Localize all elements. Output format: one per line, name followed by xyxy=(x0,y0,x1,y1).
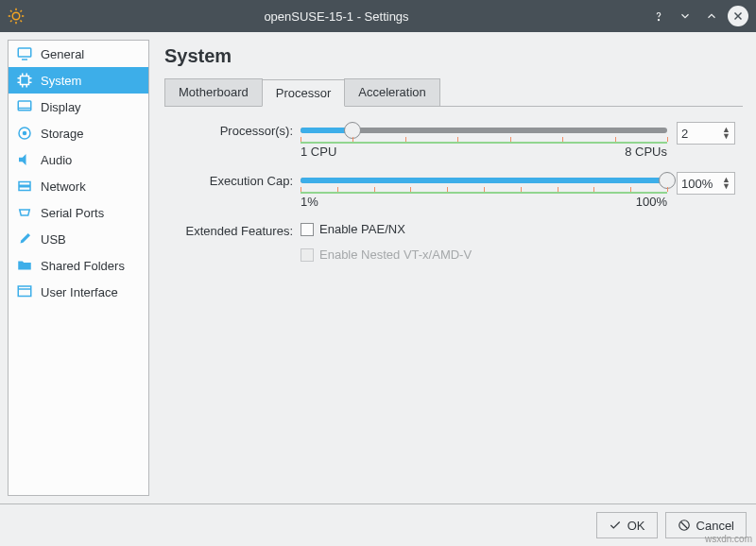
svg-line-33 xyxy=(680,522,687,529)
check-icon xyxy=(609,519,622,532)
svg-point-9 xyxy=(658,20,659,21)
sidebar-item-label: Display xyxy=(41,100,81,114)
spin-arrows-icon: ▲▼ xyxy=(722,177,730,190)
exec-cap-min-label: 1% xyxy=(301,195,318,209)
close-button[interactable] xyxy=(728,6,748,26)
ok-label: OK xyxy=(627,519,645,533)
tab-processor[interactable]: Processor xyxy=(262,79,346,107)
storage-icon xyxy=(16,125,33,142)
checkbox-nested-vt: Enable Nested VT-x/AMD-V xyxy=(301,247,472,262)
sidebar-item-label: Storage xyxy=(41,127,84,141)
label-processors: Processor(s): xyxy=(172,122,301,138)
svg-rect-14 xyxy=(21,77,29,85)
sidebar-item-display[interactable]: Display xyxy=(9,94,148,120)
serial-icon xyxy=(16,204,33,221)
label-execution-cap: Execution Cap: xyxy=(172,172,301,188)
tabs: Motherboard Processor Acceleration xyxy=(164,78,743,107)
svg-marker-27 xyxy=(19,154,26,165)
minimize-button[interactable] xyxy=(675,6,696,26)
window-title: openSUSE-15-1 - Settings xyxy=(30,9,643,24)
cancel-label: Cancel xyxy=(696,519,734,533)
sidebar-item-label: Shared Folders xyxy=(41,259,125,273)
processors-spinbox[interactable]: 2 ▲▼ xyxy=(677,122,735,145)
sidebar-item-label: Audio xyxy=(41,153,72,167)
svg-line-8 xyxy=(21,10,23,12)
page-title: System xyxy=(164,45,743,67)
cancel-icon xyxy=(678,519,691,532)
sidebar-item-system[interactable]: System xyxy=(9,67,148,94)
usb-icon xyxy=(16,230,33,247)
svg-rect-12 xyxy=(18,48,31,57)
checkbox-pae-nx[interactable]: Enable PAE/NX xyxy=(301,222,405,236)
sidebar-item-label: Serial Ports xyxy=(41,206,104,220)
ok-button[interactable]: OK xyxy=(596,512,658,538)
folder-icon xyxy=(16,257,33,274)
sidebar-item-label: Network xyxy=(41,179,86,194)
svg-rect-28 xyxy=(19,182,30,186)
sidebar-item-label: USB xyxy=(41,232,66,247)
execution-cap-spinbox[interactable]: 100% ▲▼ xyxy=(677,172,735,195)
sidebar-item-serial-ports[interactable]: Serial Ports xyxy=(9,199,148,226)
checkbox-icon xyxy=(301,223,314,236)
sidebar-item-user-interface[interactable]: User Interface xyxy=(9,279,148,305)
app-icon xyxy=(8,8,30,25)
sidebar-item-usb[interactable]: USB xyxy=(9,226,148,252)
dialog-footer: OK Cancel xyxy=(0,503,756,546)
tab-acceleration[interactable]: Acceleration xyxy=(344,78,440,106)
svg-line-7 xyxy=(10,21,12,23)
sidebar-item-label: User Interface xyxy=(41,285,118,299)
sidebar-item-shared-folders[interactable]: Shared Folders xyxy=(9,252,148,279)
exec-cap-value: 100% xyxy=(681,177,713,191)
display-icon xyxy=(16,98,33,115)
svg-point-0 xyxy=(12,12,20,20)
checkbox-label: Enable PAE/NX xyxy=(319,222,405,236)
maximize-button[interactable] xyxy=(701,6,722,26)
sidebar-item-label: General xyxy=(41,47,84,61)
processors-max-label: 8 CPUs xyxy=(625,145,667,159)
sidebar-item-storage[interactable]: Storage xyxy=(9,120,148,146)
svg-rect-23 xyxy=(18,101,31,111)
row-extended-features: Extended Features: Enable PAE/NX Enable … xyxy=(172,222,735,269)
row-execution-cap: Execution Cap: 1% xyxy=(172,172,735,209)
label-extended-features: Extended Features: xyxy=(172,222,301,238)
svg-line-5 xyxy=(10,10,12,12)
exec-cap-max-label: 100% xyxy=(636,195,667,209)
sidebar-item-audio[interactable]: Audio xyxy=(9,146,148,173)
audio-icon xyxy=(16,151,33,168)
svg-rect-30 xyxy=(18,286,31,297)
main-panel: System Motherboard Processor Acceleratio… xyxy=(159,40,748,496)
sidebar-item-general[interactable]: General xyxy=(9,41,148,67)
chip-icon xyxy=(16,72,33,89)
checkbox-icon xyxy=(301,248,314,262)
svg-line-6 xyxy=(21,21,23,23)
processor-panel: Processor(s): 1 C xyxy=(164,107,743,290)
titlebar: openSUSE-15-1 - Settings xyxy=(0,0,756,32)
processors-value: 2 xyxy=(681,127,688,141)
processors-min-label: 1 CPU xyxy=(301,145,336,159)
monitor-icon xyxy=(16,45,33,62)
spin-arrows-icon: ▲▼ xyxy=(722,127,730,140)
checkbox-label: Enable Nested VT-x/AMD-V xyxy=(319,247,472,262)
sidebar-item-network[interactable]: Network xyxy=(9,173,148,199)
svg-rect-29 xyxy=(19,187,30,191)
row-processors: Processor(s): 1 C xyxy=(172,122,735,159)
sidebar: General System Display Storage Audio Net… xyxy=(8,40,149,496)
ui-icon xyxy=(16,283,33,300)
help-button[interactable] xyxy=(648,6,669,26)
sidebar-item-label: System xyxy=(41,74,81,88)
network-icon xyxy=(16,178,33,195)
watermark: wsxdn.com xyxy=(705,534,752,544)
svg-point-26 xyxy=(24,132,26,135)
settings-window: openSUSE-15-1 - Settings General System … xyxy=(0,0,756,546)
tab-motherboard[interactable]: Motherboard xyxy=(164,78,263,106)
